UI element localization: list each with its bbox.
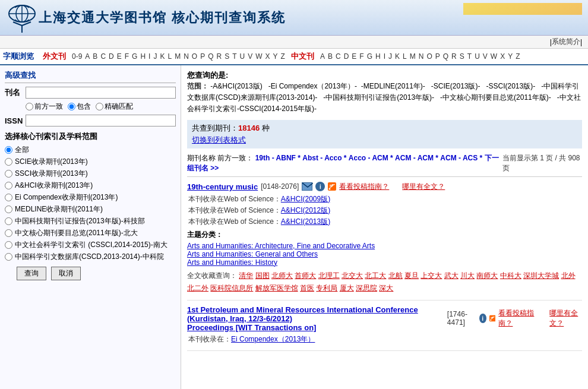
ft-ssd[interactable]: 首师大 [295,271,316,280]
cn-nav-u[interactable]: U [475,52,480,61]
guide-link-1[interactable]: 看看投稿指南？ [339,182,389,192]
cn-nav-i[interactable]: I [384,52,385,61]
radio-scie[interactable] [5,158,12,166]
nav-h[interactable]: H [140,52,146,61]
nav-e[interactable]: E [117,52,122,61]
ft-ustc[interactable]: 中科大 [500,271,521,280]
alpha-abst-acco[interactable]: Abst - Acco * [302,154,346,162]
alpha-acm-acs[interactable]: ACM - ACS * [440,154,482,162]
cn-nav-c[interactable]: C [336,52,341,61]
radio-pku[interactable] [5,229,12,237]
radio-contains[interactable]: 包含 [68,102,91,112]
nav-t[interactable]: T [232,52,236,61]
nav-m[interactable]: M [175,52,181,61]
cn-nav-j[interactable]: J [388,52,392,61]
cn-nav-q[interactable]: Q [443,52,448,61]
journal-input[interactable] [26,87,176,99]
ft-patent[interactable]: 专利局 [316,284,337,292]
cn-nav-l[interactable]: L [403,52,407,61]
cn-nav-k[interactable]: K [395,52,400,61]
nav-n[interactable]: N [184,52,189,61]
cn-nav-g[interactable]: G [367,52,372,61]
wos-link-1-2[interactable]: A&HCI(2012版) [281,206,330,214]
ft-sjtu[interactable]: 上交大 [421,271,442,280]
alpha-19th-abnf[interactable]: 19th - ABNF * [255,154,301,162]
guide-link-2[interactable]: 看看投稿指南？ [498,308,536,328]
ft-cams[interactable]: 医科院信息所 [210,284,253,292]
ft-wuda[interactable]: 武大 [444,271,459,280]
issn-input[interactable] [26,115,176,126]
radio-cstprd[interactable] [5,217,12,225]
switch-link[interactable]: 切换到列表格式 [192,135,577,146]
cn-nav-b[interactable]: B [328,52,333,61]
cn-nav-y[interactable]: Y [508,52,513,61]
radio-ei[interactable] [5,194,12,201]
radio-all[interactable] [5,146,12,154]
journal-name-1[interactable]: 19th-century music [187,182,258,191]
ft-guotu[interactable]: 国图 [255,271,270,280]
ft-szuc[interactable]: 深圳大学城 [523,271,559,280]
ft-qinghua[interactable]: 清华 [239,271,253,280]
cn-nav-d[interactable]: D [344,52,349,61]
nav-j[interactable]: J [153,52,157,61]
nav-r[interactable]: R [217,52,222,61]
cn-nav-r[interactable]: R [451,52,457,61]
cn-nav-n[interactable]: N [419,52,424,61]
nav-z[interactable]: Z [281,52,285,61]
fulltext-link-2[interactable]: 哪里有全文？ [549,308,582,328]
ft-bgd[interactable]: 北工大 [365,271,386,280]
nav-g[interactable]: G [132,52,137,61]
nav-c[interactable]: C [100,52,106,61]
nav-i[interactable]: I [148,52,150,61]
nav-d[interactable]: D [109,52,114,61]
cn-nav-z[interactable]: Z [516,52,520,61]
radio-medline[interactable] [5,205,12,213]
cn-nav-x[interactable]: X [500,52,505,61]
alpha-acm-acm[interactable]: ACM - ACM * [395,154,438,162]
cn-nav-o[interactable]: O [426,52,432,61]
ft-fudan[interactable]: 夏旦 [404,271,419,280]
radio-ahci[interactable] [5,182,12,189]
nav-x[interactable]: X [265,52,270,61]
ft-nansd[interactable]: 南师大 [476,271,498,280]
subject-link-1-3[interactable]: Arts and Humanities: History [187,258,277,267]
fulltext-link-1[interactable]: 哪里有全文？ [402,182,445,192]
ft-bfsu[interactable]: 北外 [561,271,576,280]
subject-link-1-2[interactable]: Arts and Humanities: General and Others [187,250,318,258]
nav-0-9[interactable]: 0-9 [72,52,82,61]
cn-nav-v[interactable]: V [483,52,488,61]
nav-l[interactable]: L [167,52,172,61]
ft-ccmu[interactable]: 首医 [300,284,314,292]
radio-exact-input[interactable] [96,103,103,110]
cancel-button[interactable]: 取消 [51,267,81,280]
radio-exact[interactable]: 精确匹配 [96,102,133,112]
info-icon-2[interactable]: i [479,314,486,323]
radio-cscd[interactable] [5,253,12,261]
system-intro-link[interactable]: 系统简介 [552,37,580,47]
cn-nav-a[interactable]: A [320,52,325,61]
nav-s[interactable]: S [225,52,229,61]
nav-f[interactable]: F [125,52,129,61]
cn-nav-p[interactable]: P [435,52,440,61]
search-button[interactable]: 查询 [17,267,46,280]
wos-link-2-1[interactable]: Ei Compendex（2013年） [231,335,315,343]
nav-p[interactable]: P [200,52,205,61]
ft-pla[interactable]: 解放军医学馆 [255,284,298,292]
journal-name-2[interactable]: 1st Petroleum and Mineral Resources Inte… [187,305,444,332]
ft-szu[interactable]: 深大 [379,284,393,292]
info-icon-1[interactable]: i [315,182,325,191]
nav-b[interactable]: B [93,52,97,61]
subject-link-1-1[interactable]: Arts and Humanities: Architecture, Fine … [187,242,375,250]
radio-prefix-input[interactable] [26,103,33,110]
nav-a[interactable]: A [85,52,90,61]
nav-k[interactable]: K [160,52,165,61]
nav-v[interactable]: V [248,52,252,61]
cn-nav-h[interactable]: H [375,52,381,61]
nav-u[interactable]: U [240,52,245,61]
ft-bjtu[interactable]: 北交大 [342,271,363,280]
cn-nav-t[interactable]: T [467,52,472,61]
cn-nav-w[interactable]: W [491,52,497,61]
wos-link-1-3[interactable]: A&HCI(2013版) [281,217,330,226]
cn-nav-f[interactable]: F [359,52,363,61]
alpha-acco-acm[interactable]: Acco - ACM * [349,154,393,162]
